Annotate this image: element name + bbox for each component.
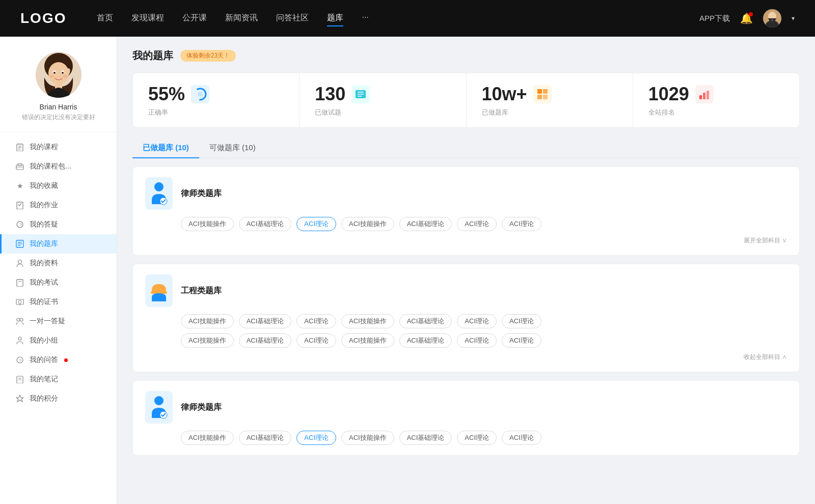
- sidebar-item-exam[interactable]: 我的考试: [0, 273, 117, 292]
- tab-available-banks[interactable]: 可做题库 (10): [199, 138, 266, 158]
- collapse-link-engineer[interactable]: 收起全部科目 ∧: [145, 353, 787, 361]
- lawyer-2-category-icon: [145, 391, 173, 424]
- points-icon: [15, 394, 24, 403]
- eng-tag-4[interactable]: ACI基础理论: [399, 314, 452, 328]
- sidebar-label-notes: 我的笔记: [30, 375, 58, 384]
- l2-tag-4[interactable]: ACI基础理论: [399, 431, 452, 445]
- svg-point-12: [63, 75, 68, 78]
- navigation: LOGO 首页 发现课程 公开课 新闻资讯 问答社区 题库 ··· APP下载 …: [0, 0, 815, 37]
- stat-ranking-label: 全站排名: [648, 108, 784, 117]
- eng-tag2-5[interactable]: ACI理论: [457, 333, 497, 348]
- quiz-icon: [15, 239, 24, 248]
- sidebar-item-my-courses[interactable]: 我的课程: [0, 137, 117, 157]
- nav-news[interactable]: 新闻资讯: [225, 11, 258, 26]
- nav-quiz[interactable]: 题库: [327, 11, 343, 26]
- notification-bell[interactable]: 🔔: [740, 12, 753, 24]
- sidebar-label-tutoring: 一对一答疑: [30, 317, 65, 326]
- svg-rect-53: [699, 95, 702, 99]
- stat-ranking-top: 1029: [648, 83, 784, 105]
- eng-tag2-1[interactable]: ACI基础理论: [239, 333, 292, 348]
- eng-tag-6[interactable]: ACI理论: [502, 314, 541, 328]
- tag-4[interactable]: ACI基础理论: [399, 217, 452, 231]
- eng-tag2-0[interactable]: ACI技能操作: [181, 333, 234, 348]
- eng-tag2-3[interactable]: ACI技能操作: [341, 333, 394, 348]
- nav-qa[interactable]: 问答社区: [276, 11, 309, 26]
- certificate-icon: [15, 297, 24, 306]
- svg-rect-54: [703, 93, 705, 99]
- sidebar-item-quiz[interactable]: 我的题库: [0, 234, 117, 254]
- eng-tag-5[interactable]: ACI理论: [457, 314, 497, 328]
- tag-0[interactable]: ACI技能操作: [181, 217, 234, 231]
- l2-tag-1[interactable]: ACI基础理论: [239, 431, 292, 445]
- stat-done-questions-value: 130: [315, 83, 345, 105]
- sidebar-label-points: 我的积分: [30, 394, 58, 403]
- quiz-card-header-lawyer-2: 律师类题库: [145, 391, 787, 424]
- user-avatar-nav[interactable]: [763, 9, 781, 27]
- sidebar-item-tutoring[interactable]: 一对一答疑: [0, 312, 117, 331]
- sidebar-item-homework[interactable]: 我的作业: [0, 195, 117, 215]
- l2-tag-6[interactable]: ACI理论: [502, 431, 541, 445]
- nav-open-course[interactable]: 公开课: [182, 11, 207, 26]
- sidebar-label-favorites: 我的收藏: [30, 181, 58, 190]
- done-questions-icon: [351, 85, 370, 103]
- profile-icon: [15, 259, 24, 268]
- stat-accuracy: 55% 正确率: [133, 73, 300, 127]
- quiz-card-header-engineer: 工程类题库: [145, 274, 787, 307]
- quiz-title-lawyer-1: 律师类题库: [181, 188, 222, 199]
- tag-6[interactable]: ACI理论: [502, 217, 541, 231]
- stat-accuracy-label: 正确率: [148, 108, 284, 117]
- sidebar-item-profile[interactable]: 我的资料: [0, 254, 117, 273]
- eng-tag-2[interactable]: ACI理论: [296, 314, 336, 328]
- nav-home[interactable]: 首页: [97, 11, 113, 26]
- page-header: 我的题库 体验剩余23天！: [132, 49, 800, 63]
- stat-done-questions: 130 已做试题: [300, 73, 466, 127]
- sidebar-item-points[interactable]: 我的积分: [0, 389, 117, 408]
- nav-courses[interactable]: 发现课程: [131, 11, 164, 26]
- sidebar-label-course-packages: 我的课程包...: [30, 162, 71, 171]
- l2-tag-2-active[interactable]: ACI理论: [296, 431, 336, 445]
- svg-point-10: [62, 72, 64, 74]
- l2-tag-5[interactable]: ACI理论: [457, 431, 497, 445]
- eng-tag2-2[interactable]: ACI理论: [296, 333, 336, 348]
- app-download-link[interactable]: APP下载: [699, 14, 730, 23]
- trial-badge: 体验剩余23天！: [180, 50, 236, 62]
- eng-tag2-6[interactable]: ACI理论: [502, 333, 541, 348]
- sidebar-item-my-qa[interactable]: ? 我的答疑: [0, 215, 117, 234]
- sidebar-item-favorites[interactable]: ★ 我的收藏: [0, 176, 117, 195]
- tags-row-lawyer-2: ACI技能操作 ACI基础理论 ACI理论 ACI技能操作 ACI基础理论 AC…: [145, 431, 787, 445]
- stat-done-questions-top: 130: [315, 83, 450, 105]
- sidebar-label-certificate: 我的证书: [30, 297, 58, 306]
- user-avatar: [36, 52, 82, 98]
- questions-icon: ?: [15, 355, 24, 365]
- sidebar-item-questions[interactable]: ? 我的问答: [0, 350, 117, 370]
- eng-tag2-4[interactable]: ACI基础理论: [399, 333, 452, 348]
- svg-point-33: [17, 318, 20, 321]
- svg-rect-50: [543, 89, 548, 94]
- questions-notification-dot: [64, 358, 68, 362]
- l2-tag-3[interactable]: ACI技能操作: [341, 431, 394, 445]
- my-courses-icon: [15, 143, 24, 152]
- stat-accuracy-top: 55%: [148, 83, 284, 105]
- nav-chevron-icon[interactable]: ▾: [792, 15, 795, 22]
- sidebar-label-group: 我的小组: [30, 336, 58, 345]
- sidebar-item-course-packages[interactable]: 我的课程包...: [0, 157, 117, 176]
- eng-tag-1[interactable]: ACI基础理论: [239, 314, 292, 328]
- expand-link-lawyer-1[interactable]: 展开全部科目 ∨: [145, 236, 787, 245]
- tag-5[interactable]: ACI理论: [457, 217, 497, 231]
- sidebar-item-group[interactable]: 我的小组: [0, 331, 117, 350]
- tag-3[interactable]: ACI技能操作: [341, 217, 394, 231]
- nav-more[interactable]: ···: [362, 11, 368, 26]
- svg-point-56: [154, 182, 164, 191]
- eng-tag-0[interactable]: ACI技能操作: [181, 314, 234, 328]
- tab-done-banks[interactable]: 已做题库 (10): [132, 138, 199, 158]
- tags-row-engineer-2: ACI技能操作 ACI基础理论 ACI理论 ACI技能操作 ACI基础理论 AC…: [145, 333, 787, 348]
- stat-done-banks-label: 已做题库: [482, 108, 617, 117]
- tag-2-active[interactable]: ACI理论: [296, 217, 336, 231]
- svg-text:?: ?: [19, 222, 22, 228]
- exam-icon: [15, 278, 24, 287]
- sidebar-item-certificate[interactable]: 我的证书: [0, 292, 117, 312]
- tag-1[interactable]: ACI基础理论: [239, 217, 292, 231]
- eng-tag-3[interactable]: ACI技能操作: [341, 314, 394, 328]
- l2-tag-0[interactable]: ACI技能操作: [181, 431, 234, 445]
- sidebar-item-notes[interactable]: 我的笔记: [0, 370, 117, 389]
